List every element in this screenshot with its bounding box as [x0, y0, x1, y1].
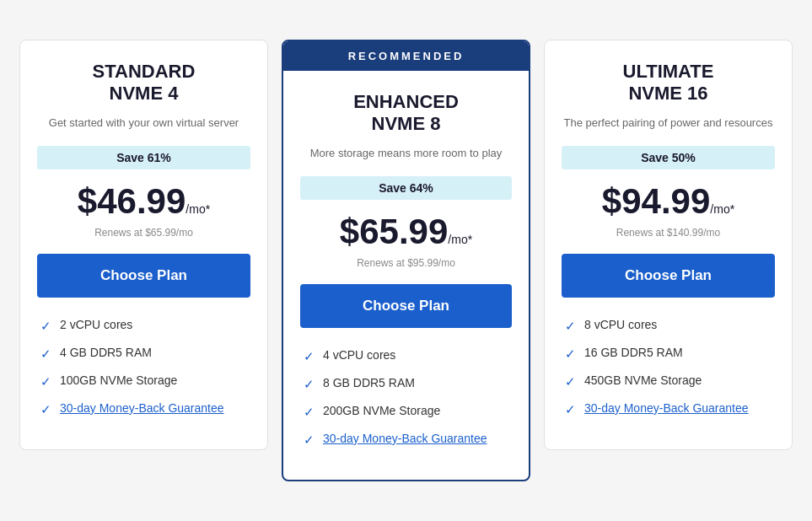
plan-name-ultimate: ULTIMATENVME 16	[562, 61, 775, 105]
feature-item: ✓ 2 vCPU cores	[40, 318, 247, 334]
feature-text: 16 GB DDR5 RAM	[584, 346, 683, 359]
feature-item: ✓ 30-day Money-Back Guarantee	[40, 401, 247, 417]
feature-text: 200GB NVMe Storage	[323, 404, 440, 417]
save-badge-standard: Save 61%	[37, 146, 250, 169]
check-icon: ✓	[40, 319, 51, 334]
save-badge-ultimate: Save 50%	[562, 146, 775, 169]
check-icon: ✓	[565, 402, 576, 417]
feature-text: 8 GB DDR5 RAM	[323, 376, 415, 389]
plan-description-enhanced: More storage means more room to play	[300, 146, 512, 161]
feature-item: ✓ 8 GB DDR5 RAM	[304, 376, 508, 392]
save-badge-enhanced: Save 64%	[300, 176, 512, 200]
feature-text: 2 vCPU cores	[60, 318, 132, 331]
check-icon: ✓	[304, 405, 315, 420]
feature-item: ✓ 16 GB DDR5 RAM	[565, 346, 772, 362]
feature-item: ✓ 4 vCPU cores	[304, 348, 508, 364]
check-icon: ✓	[40, 346, 51, 362]
feature-item: ✓ 8 vCPU cores	[565, 318, 772, 334]
check-icon: ✓	[304, 349, 315, 364]
check-icon: ✓	[40, 402, 51, 417]
feature-item: ✓ 30-day Money-Back Guarantee	[304, 432, 508, 448]
plan-name-enhanced: ENHANCEDNVME 8	[300, 91, 512, 136]
feature-text: 8 vCPU cores	[584, 318, 657, 331]
check-icon: ✓	[304, 432, 315, 448]
plan-description-standard: Get started with your own virtual server	[37, 115, 250, 131]
features-list-enhanced: ✓ 4 vCPU cores ✓ 8 GB DDR5 RAM ✓ 200GB N…	[300, 348, 512, 448]
price-main-standard: $46.99	[78, 181, 186, 221]
recommended-badge: RECOMMENDED	[283, 41, 529, 71]
choose-plan-button-standard[interactable]: Choose Plan	[37, 254, 250, 298]
choose-plan-button-enhanced[interactable]: Choose Plan	[300, 284, 512, 328]
feature-text: 450GB NVMe Storage	[584, 373, 702, 387]
plan-body: STANDARDNVME 4 Get started with your own…	[20, 40, 267, 417]
feature-item: ✓ 100GB NVMe Storage	[40, 373, 247, 389]
price-suffix-enhanced: /mo*	[448, 233, 472, 246]
feature-text: 4 GB DDR5 RAM	[60, 346, 152, 359]
renews-text-standard: Renews at $65.99/mo	[37, 227, 250, 239]
price-suffix-ultimate: /mo*	[710, 202, 734, 216]
plan-name-standard: STANDARDNVME 4	[37, 61, 250, 105]
feature-item: ✓ 30-day Money-Back Guarantee	[565, 401, 772, 417]
pricing-container: STANDARDNVME 4 Get started with your own…	[3, 23, 809, 498]
price-main-ultimate: $94.99	[602, 181, 710, 221]
price-suffix-standard: /mo*	[186, 202, 210, 216]
price-main-enhanced: $65.99	[340, 212, 448, 251]
plan-body: ENHANCEDNVME 8 More storage means more r…	[283, 71, 529, 448]
check-icon: ✓	[40, 374, 51, 389]
plan-description-ultimate: The perfect pairing of power and resourc…	[562, 115, 775, 131]
check-icon: ✓	[565, 374, 576, 389]
check-icon: ✓	[565, 346, 576, 362]
check-icon: ✓	[304, 377, 315, 392]
feature-item: ✓ 4 GB DDR5 RAM	[40, 346, 247, 362]
plan-card-standard: STANDARDNVME 4 Get started with your own…	[19, 40, 268, 450]
guarantee-link-standard[interactable]: 30-day Money-Back Guarantee	[60, 401, 224, 415]
guarantee-link-ultimate[interactable]: 30-day Money-Back Guarantee	[584, 401, 749, 415]
guarantee-link-enhanced[interactable]: 30-day Money-Back Guarantee	[323, 432, 487, 445]
price-row-enhanced: $65.99/mo*	[300, 212, 512, 252]
renews-text-ultimate: Renews at $140.99/mo	[562, 227, 775, 239]
features-list-ultimate: ✓ 8 vCPU cores ✓ 16 GB DDR5 RAM ✓ 450GB …	[562, 318, 775, 417]
renews-text-enhanced: Renews at $95.99/mo	[300, 257, 512, 269]
plan-card-ultimate: ULTIMATENVME 16 The perfect pairing of p…	[544, 40, 793, 450]
features-list-standard: ✓ 2 vCPU cores ✓ 4 GB DDR5 RAM ✓ 100GB N…	[37, 318, 250, 417]
feature-text: 100GB NVMe Storage	[60, 373, 177, 387]
feature-text: 4 vCPU cores	[323, 348, 395, 362]
feature-item: ✓ 450GB NVMe Storage	[565, 373, 772, 389]
price-row-ultimate: $94.99/mo*	[562, 181, 775, 222]
choose-plan-button-ultimate[interactable]: Choose Plan	[562, 254, 775, 298]
price-row-standard: $46.99/mo*	[37, 181, 250, 222]
plan-card-enhanced: RECOMMENDED ENHANCEDNVME 8 More storage …	[282, 40, 530, 481]
check-icon: ✓	[565, 319, 576, 334]
feature-item: ✓ 200GB NVMe Storage	[304, 404, 508, 420]
plan-body: ULTIMATENVME 16 The perfect pairing of p…	[545, 40, 792, 417]
